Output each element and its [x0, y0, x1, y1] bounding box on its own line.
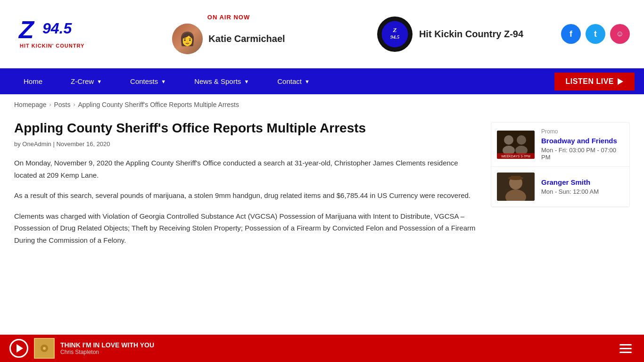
twitter-icon: t: [594, 29, 597, 39]
nav-home[interactable]: Home: [9, 68, 57, 94]
sidebar-granger-item[interactable]: Granger Smith Mon - Sun: 12:00 AM: [491, 167, 629, 207]
svg-point-9: [504, 135, 513, 145]
sidebar-granger-time: Mon - Sun: 12:00 AM: [541, 188, 624, 195]
instagram-icon: ☺: [616, 30, 624, 38]
svg-text:Z: Z: [18, 16, 35, 43]
article-paragraph-2: As a result of this search, several poun…: [14, 189, 477, 202]
on-air-host: 👩 Katie Carmichael: [172, 24, 285, 54]
sidebar-granger-info: Granger Smith Mon - Sun: 12:00 AM: [541, 178, 624, 195]
svg-text:94.5: 94.5: [42, 20, 72, 37]
svg-rect-19: [511, 176, 520, 180]
contact-dropdown-arrow: ▼: [305, 79, 310, 84]
host-avatar-image: 👩: [172, 24, 203, 54]
nav-news-sports[interactable]: News & Sports ▼: [180, 68, 263, 94]
sidebar-promo-info: Promo Broadway and Friends Mon - Fri: 03…: [541, 128, 624, 161]
author-link[interactable]: OneAdmin: [22, 140, 51, 148]
main-content: Appling County Sheriff's Office Reports …: [0, 115, 644, 264]
breadcrumb-home[interactable]: Homepage: [14, 101, 47, 108]
sidebar-card: WEEKDAYS 3-7PM Promo Broadway and Friend…: [491, 122, 630, 207]
sidebar: WEEKDAYS 3-7PM Promo Broadway and Friend…: [491, 120, 630, 255]
svg-text:Z: Z: [392, 26, 396, 33]
twitter-button[interactable]: t: [586, 24, 605, 44]
sidebar-promo-thumb: WEEKDAYS 3-7PM: [497, 131, 535, 159]
zcrew-dropdown-arrow: ▼: [97, 79, 102, 84]
on-air-section: ON AIR NOW 👩 Katie Carmichael: [99, 14, 339, 54]
social-icons: f t ☺: [561, 24, 630, 44]
host-avatar: 👩: [172, 24, 203, 54]
site-logo[interactable]: Z 94.5 HIT KICKIN' COUNTRY: [14, 10, 99, 58]
news-dropdown-arrow: ▼: [244, 79, 249, 84]
nav-contact[interactable]: Contact ▼: [263, 68, 324, 94]
site-header: Z 94.5 HIT KICKIN' COUNTRY ON AIR NOW 👩 …: [0, 0, 644, 68]
sidebar-granger-thumb: [497, 173, 535, 201]
svg-text:WEEKDAYS 3-7PM: WEEKDAYS 3-7PM: [501, 155, 530, 158]
nav-items: Home Z-Crew ▼ Contests ▼ News & Sports ▼…: [9, 68, 554, 94]
on-air-label: ON AIR NOW: [207, 14, 250, 21]
svg-point-11: [517, 135, 526, 145]
article-meta: by OneAdmin | November 16, 2020: [14, 140, 477, 148]
article-paragraph-3: Clements was charged with Violation of G…: [14, 210, 477, 247]
contests-dropdown-arrow: ▼: [161, 79, 166, 84]
article-date-text: November 16, 2020: [56, 140, 110, 148]
station-section: Z 94.5 Hit Kickin Country Z-94: [339, 16, 561, 52]
article-body: On Monday, November 9, 2020 the Appling …: [14, 157, 477, 246]
breadcrumb-current: Appling County Sheriff's Office Reports …: [78, 101, 239, 108]
article-title: Appling County Sheriff's Office Reports …: [14, 120, 477, 137]
sidebar-promo-item[interactable]: WEEKDAYS 3-7PM Promo Broadway and Friend…: [491, 123, 629, 167]
main-nav: Home Z-Crew ▼ Contests ▼ News & Sports ▼…: [0, 68, 644, 94]
sidebar-promo-tag: Promo: [541, 128, 624, 135]
svg-text:94.5: 94.5: [390, 34, 400, 40]
nav-contests[interactable]: Contests ▼: [116, 68, 180, 94]
breadcrumb-sep-2: ›: [74, 101, 75, 108]
facebook-icon: f: [570, 29, 572, 39]
sidebar-granger-show: Granger Smith: [541, 178, 624, 186]
svg-text:HIT KICKIN' COUNTRY: HIT KICKIN' COUNTRY: [20, 43, 84, 49]
article-by-text: by: [14, 140, 22, 148]
station-logo-inner: Z 94.5: [380, 19, 410, 49]
facebook-button[interactable]: f: [561, 24, 581, 44]
article-section: Appling County Sheriff's Office Reports …: [14, 120, 477, 255]
station-logo: Z 94.5: [377, 16, 413, 52]
sidebar-broadway-show: Broadway and Friends: [541, 137, 624, 145]
station-name: Hit Kickin Country Z-94: [419, 29, 523, 40]
breadcrumb-sep-1: ›: [50, 101, 51, 108]
breadcrumb-posts[interactable]: Posts: [54, 101, 71, 108]
sidebar-broadway-time: Mon - Fri: 03:00 PM - 07:00 PM: [541, 147, 624, 161]
nav-zcrew[interactable]: Z-Crew ▼: [57, 68, 116, 94]
listen-live-play-icon: [618, 78, 623, 85]
instagram-button[interactable]: ☺: [610, 24, 630, 44]
listen-live-button[interactable]: LISTEN LIVE: [554, 73, 635, 90]
article-paragraph-1: On Monday, November 9, 2020 the Appling …: [14, 157, 477, 181]
breadcrumb: Homepage › Posts › Appling County Sherif…: [0, 94, 644, 115]
host-name: Katie Carmichael: [208, 33, 285, 44]
